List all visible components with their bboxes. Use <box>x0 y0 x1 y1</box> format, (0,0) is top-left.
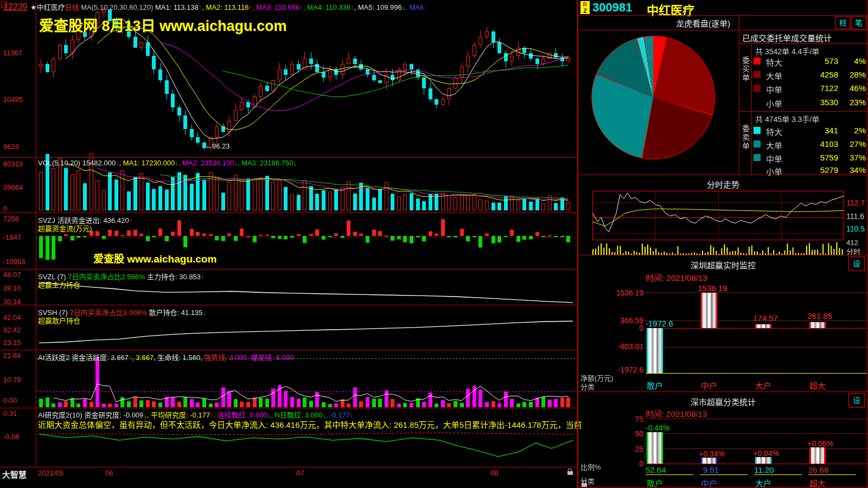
monitor-bar-sanhu[interactable] <box>647 328 663 374</box>
ai1-value2: , 3.667 <box>132 354 154 362</box>
axis-tick: 10.79 <box>3 376 35 384</box>
axis-tick: 25 <box>622 445 643 453</box>
group-underline <box>700 474 748 475</box>
watermark-sub: 爱查股 www.aichagu.com <box>93 251 216 265</box>
intraday-mid-label: 111.6 <box>846 212 864 221</box>
gridline <box>646 347 867 348</box>
axis-tick: 48.07 <box>3 271 35 279</box>
stats-settings-button[interactable]: 设 <box>848 393 865 408</box>
svzj-subtitle: 超赢资金流(万元) <box>38 223 92 233</box>
trading-terminal: { "sym": {"up":"↑","dn":"↓"}, "app": {"n… <box>0 0 868 488</box>
axis-tick: 21.84 <box>3 351 35 359</box>
category-label: 超大 <box>809 477 826 488</box>
lock-icon[interactable] <box>582 483 587 487</box>
category-label: 大户 <box>755 477 771 488</box>
ma4-value: , MA4: 110.336 <box>303 3 350 11</box>
column-divider[interactable] <box>577 0 578 488</box>
order-table-title: 已成交委托单成交量统计 <box>742 32 832 43</box>
axis-tick: -0.06 <box>3 433 35 441</box>
stats-bar-zhonghu[interactable] <box>701 458 717 464</box>
svzl-subtitle: 超赢主力持仓 <box>38 279 80 290</box>
vol-value: VOL(5,10,20) 15482.000 <box>38 159 116 167</box>
row-label: 大单 <box>766 70 782 81</box>
longhu-title: 龙虎看盘(逐单) <box>578 17 828 29</box>
monitor-bar-chaoda[interactable] <box>809 322 826 328</box>
row-pct: 27% <box>841 139 866 149</box>
watermark-main: 爱查股网 8月13日 www.aichagu.com <box>39 14 287 35</box>
rz-badge: RZ <box>580 1 590 14</box>
bar-delta: +0.34% <box>699 450 725 458</box>
app-logo: 大智慧 <box>2 468 27 480</box>
axis-tick: -1972.6 <box>611 365 643 374</box>
category-label: 散户 <box>647 477 663 488</box>
axis-tick: 0 <box>3 204 35 213</box>
group-underline <box>754 474 802 475</box>
monitor-xlabel: 分类 <box>580 381 595 391</box>
axis-tick: -803.01 <box>611 342 643 351</box>
stock-title: ★中红医疗 <box>30 3 65 11</box>
vol-ma1: , MA1: 17230.000 <box>119 159 175 167</box>
axis-tick: 1536.19 <box>611 288 643 297</box>
row-pct: 28% <box>841 70 866 79</box>
legend-swatch <box>754 85 761 92</box>
row-pct: 4% <box>841 56 866 66</box>
row-value: 341 <box>789 126 838 135</box>
stats-bar-sanhu[interactable] <box>647 432 663 464</box>
row-pct: 23% <box>841 98 866 107</box>
stats-bar-dahu[interactable] <box>755 457 771 464</box>
timeline-tick: 06 <box>105 469 113 477</box>
axis-tick: 9623 <box>3 143 35 151</box>
order-distribution-pie[interactable] <box>591 36 715 159</box>
ma5-value: , MA5: 109.996 <box>354 3 402 11</box>
ma6-label: , MA6: <box>405 3 426 11</box>
ai1-strong-value: 3.000, <box>227 354 249 362</box>
bar-delta: +0.06% <box>807 439 833 448</box>
stats-bar-chaoda[interactable] <box>809 447 826 464</box>
axis-tick: 30.14 <box>3 298 35 306</box>
ai1-strong-label: 强势线: <box>202 354 227 362</box>
row-label: 中单 <box>766 84 782 95</box>
pen-mode-button[interactable]: 笔 <box>851 16 866 29</box>
row-value: 7122 <box>789 84 838 93</box>
axis-tick: 0 <box>611 324 643 332</box>
stats-ylabel: 比例% <box>580 461 601 472</box>
group-underline <box>808 474 856 475</box>
ai2-value: AI研究度2(10) 资金研究度: -0.009 <box>38 411 143 419</box>
row-label: 小单 <box>766 165 782 177</box>
bar-mode-button[interactable]: 柱 <box>835 16 851 29</box>
stats-title: 深市超赢分类统计 <box>578 396 868 407</box>
badge-r: R <box>583 1 588 8</box>
buy-side-label: 委买单 <box>740 56 751 82</box>
bar-value: 261.85 <box>807 311 832 320</box>
gridline <box>646 292 867 293</box>
down-arrow-icon: ↓ <box>293 159 297 167</box>
bar-delta: -0.44% <box>646 423 669 432</box>
legend-swatch <box>754 127 761 134</box>
axis-tick: 7258 <box>3 215 35 223</box>
monitor-settings-button[interactable]: 设 <box>848 256 865 271</box>
ai2-extra: , -0.177 <box>326 411 350 419</box>
monitor-bar-zhonghu[interactable] <box>701 293 717 328</box>
legend-swatch <box>754 154 761 161</box>
down-arrow-icon: ↓ <box>202 309 206 317</box>
lock-icon[interactable] <box>567 471 573 475</box>
baseline <box>646 373 867 374</box>
ai2-nday: , N日飘红: 3.000 <box>271 411 322 419</box>
group-underline <box>646 474 693 475</box>
axis-tick: 12239 <box>3 2 35 12</box>
zero-line <box>646 328 867 329</box>
row-value: 3530 <box>789 98 838 107</box>
main-chart-canvas[interactable] <box>0 0 578 467</box>
period-label[interactable]: 日线 <box>65 3 79 11</box>
category-label: 中户 <box>701 380 717 391</box>
intraday-chart-canvas[interactable] <box>592 191 844 255</box>
row-value: 573 <box>789 56 838 66</box>
ma-param-label: MA(5,10,20,30,60,120) <box>79 3 155 11</box>
ai2-streak: , 连续飘红: 0.000 <box>214 411 267 419</box>
svzl-value: 主力持仓: 30.853 <box>145 273 201 281</box>
row-value: 5279 <box>789 165 838 175</box>
monitor-bar-dahu[interactable] <box>755 324 771 328</box>
stock-code[interactable]: 300981 <box>592 1 632 15</box>
ma2-value: , MA2: 113.116 <box>202 3 248 11</box>
timeline-tick: 2021/05 <box>38 469 63 477</box>
